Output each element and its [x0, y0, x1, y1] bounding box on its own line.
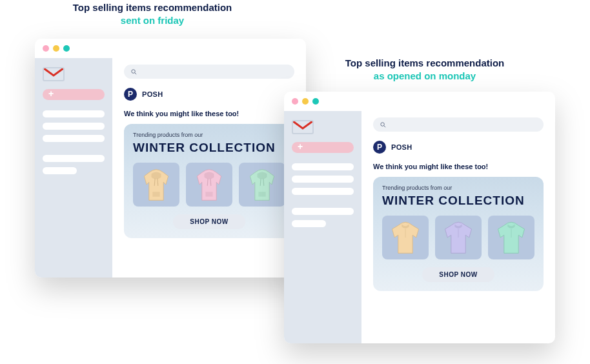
sender-avatar: P — [124, 88, 137, 101]
annotation-right: Top selling items recommendation as open… — [321, 57, 528, 83]
annotation-left-line2: sent on friday — [56, 14, 249, 27]
svg-point-1 — [132, 69, 136, 73]
nav-item[interactable] — [43, 123, 105, 130]
nav-item[interactable] — [292, 208, 354, 215]
mail-main: P POSH We think you might like these too… — [112, 58, 306, 278]
svg-point-13 — [381, 122, 385, 126]
product-card[interactable] — [239, 163, 285, 207]
titlebar — [35, 39, 306, 58]
gmail-icon — [292, 119, 314, 136]
mail-sidebar — [284, 111, 361, 343]
window-body: P POSH We think you might like these too… — [284, 111, 555, 343]
annotation-right-line2: as opened on monday — [321, 70, 528, 83]
pullover-icon — [387, 219, 423, 256]
email-subject: We think you might like these too! — [373, 163, 544, 170]
hoodie-icon — [244, 167, 280, 203]
product-card[interactable] — [133, 163, 179, 207]
pullover-icon — [440, 219, 476, 256]
search-input[interactable] — [124, 65, 294, 79]
nav-item[interactable] — [43, 135, 105, 142]
mail-main: P POSH We think you might like these too… — [361, 111, 555, 343]
nav-group-1 — [43, 110, 105, 142]
svg-rect-3 — [152, 192, 159, 196]
nav-item[interactable] — [43, 167, 77, 174]
product-row — [133, 163, 285, 207]
nav-item[interactable] — [292, 163, 354, 170]
nav-item[interactable] — [43, 110, 105, 117]
banner-title: WINTER COLLECTION — [382, 194, 534, 208]
product-card[interactable] — [488, 216, 534, 259]
svg-line-2 — [135, 72, 136, 74]
search-input[interactable] — [373, 117, 544, 132]
email-subject: We think you might like these too! — [124, 110, 294, 117]
nav-item[interactable] — [292, 176, 354, 183]
product-card[interactable] — [186, 163, 232, 207]
nav-item[interactable] — [43, 155, 105, 162]
annotation-left: Top selling items recommendation sent on… — [56, 1, 249, 28]
shop-now-button[interactable]: SHOP NOW — [173, 214, 245, 229]
sender-row: P POSH — [124, 88, 294, 101]
banner-subtitle: Trending products from our — [382, 185, 534, 191]
nav-group-1 — [292, 163, 354, 195]
gmail-icon — [43, 66, 65, 83]
window-close-dot[interactable] — [292, 98, 298, 105]
banner-title: WINTER COLLECTION — [133, 141, 285, 155]
email-banner: Trending products from our WINTER COLLEC… — [373, 177, 544, 291]
banner-subtitle: Trending products from our — [133, 132, 285, 138]
pullover-icon — [493, 219, 529, 256]
email-window-friday: P POSH We think you might like these too… — [35, 39, 306, 278]
svg-rect-6 — [205, 192, 212, 196]
window-body: P POSH We think you might like these too… — [35, 58, 306, 278]
nav-group-2 — [292, 208, 354, 227]
window-max-dot[interactable] — [312, 98, 319, 105]
compose-button[interactable] — [292, 142, 354, 153]
annotation-right-line1: Top selling items recommendation — [321, 57, 528, 70]
search-icon — [380, 121, 387, 128]
titlebar — [284, 92, 555, 111]
shop-now-button[interactable]: SHOP NOW — [422, 267, 494, 282]
svg-line-14 — [384, 125, 385, 126]
email-window-monday: P POSH We think you might like these too… — [284, 92, 555, 343]
svg-rect-9 — [258, 192, 265, 196]
nav-item[interactable] — [292, 188, 354, 195]
nav-item[interactable] — [292, 220, 326, 227]
window-min-dot[interactable] — [53, 45, 59, 52]
product-card[interactable] — [382, 216, 429, 259]
annotation-left-line1: Top selling items recommendation — [56, 1, 249, 14]
search-icon — [130, 68, 137, 76]
email-banner: Trending products from our WINTER COLLEC… — [124, 124, 294, 238]
hoodie-icon — [138, 167, 174, 203]
sender-name: POSH — [391, 143, 412, 151]
product-row — [382, 216, 534, 259]
hoodie-icon — [191, 167, 227, 203]
sender-row: P POSH — [373, 141, 544, 154]
nav-group-2 — [43, 155, 105, 174]
sender-name: POSH — [142, 90, 163, 98]
window-min-dot[interactable] — [302, 98, 309, 105]
sender-avatar: P — [373, 141, 386, 154]
mail-sidebar — [35, 58, 112, 278]
compose-button[interactable] — [43, 89, 105, 100]
product-card[interactable] — [435, 216, 482, 259]
window-max-dot[interactable] — [63, 45, 70, 52]
window-close-dot[interactable] — [43, 45, 49, 52]
